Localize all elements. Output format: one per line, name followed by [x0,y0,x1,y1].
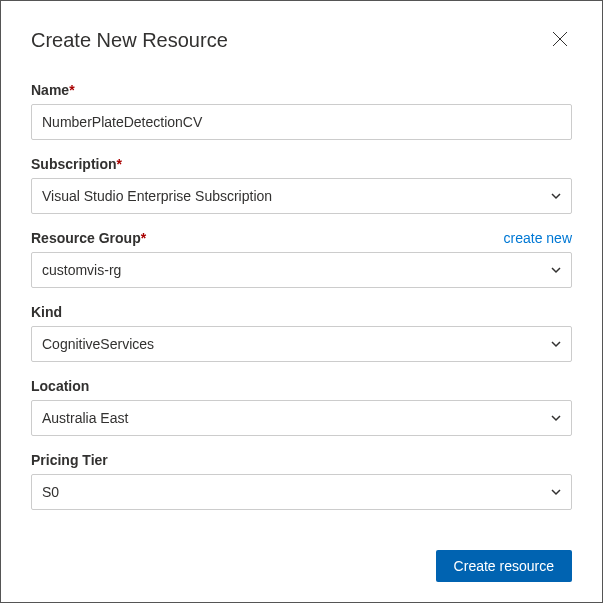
create-new-link[interactable]: create new [504,230,572,246]
create-resource-button[interactable]: Create resource [436,550,572,582]
dialog-title: Create New Resource [31,29,228,52]
create-resource-dialog: Create New Resource Name* Subscription* [1,1,602,602]
name-input[interactable] [31,104,572,140]
name-label: Name* [31,82,75,98]
location-field-group: Location Australia East [31,378,572,436]
kind-field-group: Kind CognitiveServices [31,304,572,362]
kind-select[interactable]: CognitiveServices [31,326,572,362]
location-select[interactable]: Australia East [31,400,572,436]
required-mark: * [69,82,74,98]
required-mark: * [117,156,122,172]
dialog-header: Create New Resource [31,27,572,54]
pricing-tier-select[interactable]: S0 [31,474,572,510]
close-icon [552,31,568,50]
resource-group-select[interactable]: customvis-rg [31,252,572,288]
pricing-tier-field-group: Pricing Tier S0 [31,452,572,510]
subscription-field-group: Subscription* Visual Studio Enterprise S… [31,156,572,214]
location-label: Location [31,378,89,394]
close-button[interactable] [548,27,572,54]
subscription-label: Subscription* [31,156,122,172]
required-mark: * [141,230,146,246]
resource-group-label: Resource Group* [31,230,146,246]
pricing-tier-label: Pricing Tier [31,452,108,468]
subscription-select[interactable]: Visual Studio Enterprise Subscription [31,178,572,214]
kind-label: Kind [31,304,62,320]
resource-group-field-group: Resource Group* create new customvis-rg [31,230,572,288]
dialog-footer: Create resource [31,530,572,582]
name-field-group: Name* [31,82,572,140]
